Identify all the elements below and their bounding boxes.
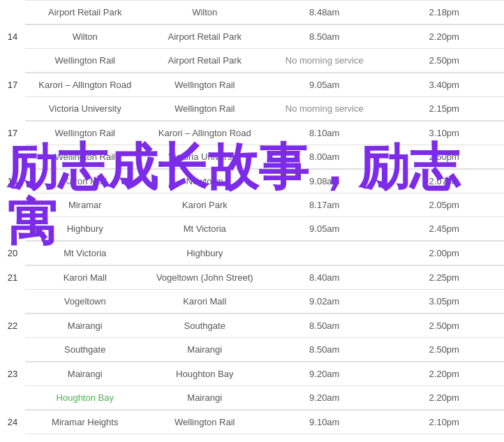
col-pm: 2.15pm [385, 102, 505, 115]
col-from: Karori Mall [25, 271, 145, 284]
col-pm: 2.18pm [385, 6, 505, 19]
col-morning: No morning service [265, 102, 385, 115]
table-row: MiramarKarori Park8.17am2.05pm [25, 193, 504, 217]
group-number: 21 [0, 265, 25, 314]
col-from: Miramar [25, 198, 145, 212]
group-number: 17 [0, 73, 25, 121]
table-row: VogeltownKarori Mall9.02am3.05pm [25, 290, 504, 314]
col-pm: 2.20pm [385, 367, 505, 381]
route-group: 17Wellington RailKarori – Allington Road… [0, 121, 504, 169]
table-row: Wellington RailMiramar Heights9.20am2.20… [25, 434, 504, 442]
col-from: Vogeltown [25, 295, 145, 308]
col-to: Mt Victoria [145, 222, 265, 235]
col-to: Wilton [145, 6, 265, 19]
group-number: 24 [0, 410, 25, 442]
col-morning: 9.02am [265, 295, 385, 308]
col-to: Airport Retail Park [145, 30, 265, 43]
table-row: MairangiHoughton Bay9.20am2.20pm [25, 362, 504, 386]
table-row: Karori – Allington RoadWellington Rail9.… [25, 73, 504, 97]
col-from: Mairangi [25, 319, 145, 332]
col-to: Wellington Rail [145, 415, 265, 429]
group-number: 17 [0, 121, 25, 169]
col-to: Karori – Allington Road [145, 126, 265, 140]
col-from: Wilton [25, 30, 145, 43]
col-from: Highbury [25, 222, 145, 235]
col-pm: 2.20pm [385, 439, 505, 442]
col-morning: 8.17am [265, 198, 385, 212]
group-number [0, 0, 25, 24]
col-from: Wellington Rail [25, 150, 145, 163]
table-row: HighburyMt Victoria9.05am2.45pm [25, 217, 504, 241]
table-row: Mt VictoriaHighbury2.00pm [25, 241, 504, 265]
col-from: Wellington Rail [25, 126, 145, 140]
col-to: Airport Retail Park [145, 54, 265, 67]
schedule-table: Airport Retail ParkWilton8.48am2.18pm14W… [0, 0, 504, 442]
table-row: Victoria UniversityWellington RailNo mor… [25, 97, 504, 121]
route-group: 14WiltonAirport Retail Park8.50am2.20pmW… [0, 24, 504, 73]
group-number: 20 [0, 241, 25, 265]
group-number: 14 [0, 24, 25, 73]
col-from: Airport Retail Park [25, 6, 145, 19]
col-morning: 8.50am [265, 30, 385, 43]
table-row: Miramar HeightsWellington Rail9.10am2.10… [25, 410, 504, 434]
route-group: 17Karori – Allington RoadWellington Rail… [0, 73, 504, 121]
route-group: 24Miramar HeightsWellington Rail9.10am2.… [0, 410, 504, 442]
col-from: Victoria University [25, 102, 145, 115]
col-pm: 2.20pm [385, 391, 505, 404]
col-to: Miramar Heights [145, 439, 265, 442]
route-group: 18Karori MallNewtown9.08am2.07pmMiramarK… [0, 169, 504, 241]
col-from: Mairangi [25, 367, 145, 381]
col-pm: 2.25pm [385, 271, 505, 284]
col-pm: 2.07pm [385, 175, 505, 188]
col-morning: 8.50am [265, 319, 385, 332]
col-morning: 8.40am [265, 271, 385, 284]
col-pm: 3.40pm [385, 78, 505, 91]
col-morning: 8.50am [265, 343, 385, 356]
col-morning: 8.00am [265, 150, 385, 163]
col-morning: 9.20am [265, 367, 385, 381]
col-to: Wellington Rail [145, 102, 265, 115]
col-pm: 2.50pm [385, 54, 505, 67]
route-group: 21Karori MallVogeltown (John Street)8.40… [0, 265, 504, 314]
table-row: MairangiSouthgate8.50am2.50pm [25, 314, 504, 338]
col-from: Mt Victoria [25, 246, 145, 260]
col-pm: 2.10pm [385, 415, 505, 429]
col-to: Karori Mall [145, 295, 265, 308]
col-pm: 2.00pm [385, 246, 505, 260]
col-pm: 3.10pm [385, 126, 505, 140]
group-number: 18 [0, 169, 25, 241]
col-morning: 8.10am [265, 126, 385, 140]
table-row: Houghton BayMairangi9.20am2.20pm [25, 386, 504, 410]
col-to: Highbury [145, 246, 265, 260]
col-from: Karori Mall [25, 175, 145, 188]
col-morning: 9.20am [265, 439, 385, 442]
col-morning: 9.08am [265, 175, 385, 188]
col-from: Miramar Heights [25, 415, 145, 429]
col-morning: 9.20am [265, 391, 385, 404]
col-pm: 2.50pm [385, 319, 505, 332]
group-number: 23 [0, 362, 25, 410]
col-from: Southgate [25, 343, 145, 356]
route-group: 20Mt VictoriaHighbury2.00pm [0, 241, 504, 265]
table-row: Wellington RailKarori – Allington Road8.… [25, 121, 504, 145]
col-pm: 2.20pm [385, 30, 505, 43]
table-row: Karori MallNewtown9.08am2.07pm [25, 169, 504, 193]
col-pm: 2.45pm [385, 222, 505, 235]
col-to: Southgate [145, 319, 265, 332]
col-to: Mairangi [145, 343, 265, 356]
table-row: Wellington RailAirport Retail ParkNo mor… [25, 49, 504, 73]
col-to: Vogeltown (John Street) [145, 271, 265, 284]
col-morning: 9.05am [265, 222, 385, 235]
route-group: Airport Retail ParkWilton8.48am2.18pm [0, 0, 504, 24]
col-to: Wellington Rail [145, 78, 265, 91]
col-morning: 9.05am [265, 78, 385, 91]
col-to: Houghton Bay [145, 367, 265, 381]
col-to: Victoria University [145, 150, 265, 163]
col-from: Wellington Rail [25, 54, 145, 67]
col-to: Mairangi [145, 391, 265, 404]
table-row: Karori MallVogeltown (John Street)8.40am… [25, 265, 504, 290]
col-morning: 9.10am [265, 415, 385, 429]
col-from: Wellington Rail [25, 439, 145, 442]
table-row: SouthgateMairangi8.50am2.50pm [25, 338, 504, 362]
group-number: 22 [0, 314, 25, 362]
